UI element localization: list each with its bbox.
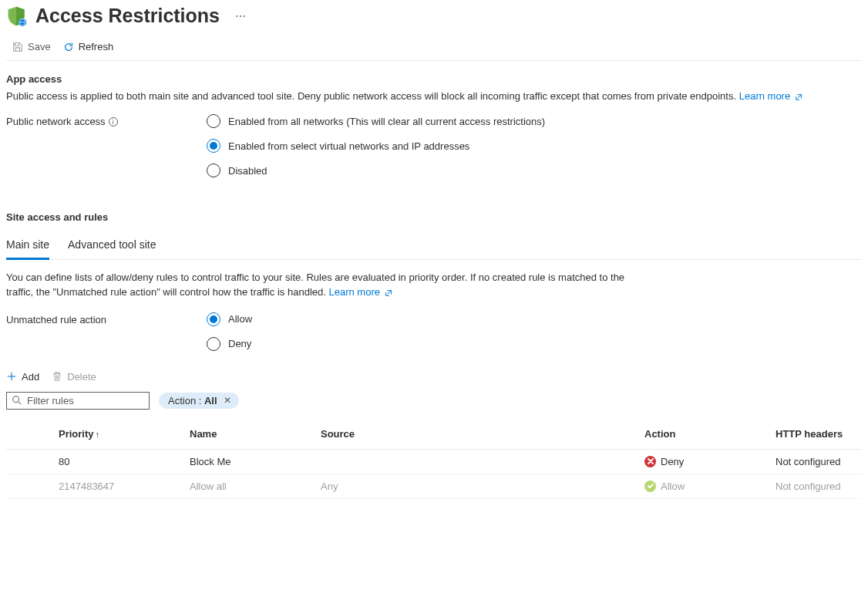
radio-enabled-select[interactable]: Enabled from select virtual networks and… <box>207 139 545 153</box>
rule-toolbar: Add Delete <box>6 371 862 383</box>
delete-label: Delete <box>67 371 96 383</box>
refresh-label: Refresh <box>79 41 114 52</box>
refresh-icon <box>63 42 74 52</box>
svg-point-2 <box>13 396 19 403</box>
app-access-desc: Public access is applied to both main si… <box>6 89 862 103</box>
cell-action: Allow <box>638 474 769 498</box>
radio-icon <box>207 164 220 177</box>
table-row[interactable]: 80Block MeDenyNot configured <box>6 449 862 474</box>
cell-priority: 80 <box>52 449 183 474</box>
column-source[interactable]: Source <box>315 420 638 450</box>
page-title: Access Restrictions <box>35 5 235 27</box>
column-name[interactable]: Name <box>183 420 315 450</box>
cell-name: Allow all <box>183 474 315 498</box>
radio-icon <box>207 312 220 326</box>
column-http-headers[interactable]: HTTP headers <box>769 420 862 450</box>
more-button[interactable]: ⋯ <box>235 10 247 22</box>
unmatched-rule-action-group: Allow Deny <box>207 312 252 351</box>
trash-icon <box>52 371 62 382</box>
site-access-desc: You can define lists of allow/deny rules… <box>6 271 638 300</box>
command-bar: Save Refresh <box>6 35 862 61</box>
refresh-button[interactable]: Refresh <box>59 39 119 54</box>
app-access-learn-more[interactable]: Learn more <box>739 90 802 102</box>
radio-icon <box>207 337 220 351</box>
site-tabs: Main site Advanced tool site <box>6 234 862 260</box>
public-network-access-group: Enabled from all networks (This will cle… <box>207 114 545 177</box>
external-link-icon <box>385 289 392 297</box>
site-access-learn-more[interactable]: Learn more <box>328 286 392 298</box>
site-access-heading: Site access and rules <box>6 211 862 223</box>
cell-action: Deny <box>638 449 769 474</box>
unmatched-rule-action-label: Unmatched rule action <box>6 312 207 325</box>
radio-unmatched-deny[interactable]: Deny <box>207 337 252 351</box>
info-icon[interactable]: i <box>109 117 118 126</box>
filter-row: Filter rules Action : All ✕ <box>6 392 862 410</box>
search-icon <box>12 395 22 406</box>
filter-pill-action[interactable]: Action : All ✕ <box>159 393 239 409</box>
public-network-access-label: Public network access i <box>6 114 207 127</box>
table-row[interactable]: 2147483647Allow allAnyAllowNot configure… <box>6 474 862 498</box>
plus-icon <box>6 371 17 382</box>
delete-button[interactable]: Delete <box>52 371 96 383</box>
cell-source: Any <box>315 474 638 498</box>
shield-icon <box>6 5 28 27</box>
rules-table: Priority↑ Name Source Action HTTP header… <box>6 420 862 499</box>
save-label: Save <box>28 41 51 52</box>
add-label: Add <box>22 371 39 383</box>
cell-source <box>315 449 638 474</box>
radio-unmatched-allow[interactable]: Allow <box>207 312 252 326</box>
close-icon[interactable]: ✕ <box>222 395 233 406</box>
add-button[interactable]: Add <box>6 371 39 383</box>
cell-priority: 2147483647 <box>52 474 183 498</box>
allow-badge-icon <box>644 481 656 492</box>
svg-line-3 <box>19 402 22 405</box>
radio-icon <box>207 139 220 153</box>
column-action[interactable]: Action <box>638 420 769 450</box>
filter-placeholder: Filter rules <box>27 395 74 406</box>
filter-rules-input[interactable]: Filter rules <box>6 392 150 410</box>
radio-disabled[interactable]: Disabled <box>207 164 545 177</box>
sort-up-icon: ↑ <box>96 430 100 439</box>
radio-icon <box>207 114 220 128</box>
app-access-heading: App access <box>6 73 862 85</box>
cell-http-headers: Not configured <box>769 449 862 474</box>
cell-name: Block Me <box>183 449 315 474</box>
radio-enabled-all[interactable]: Enabled from all networks (This will cle… <box>207 114 545 128</box>
tab-advanced-tool-site[interactable]: Advanced tool site <box>68 234 156 260</box>
external-link-icon <box>795 93 802 101</box>
column-priority[interactable]: Priority↑ <box>52 420 183 450</box>
save-button[interactable]: Save <box>8 39 56 54</box>
deny-badge-icon <box>644 456 656 467</box>
cell-http-headers: Not configured <box>769 474 862 498</box>
save-icon <box>12 42 23 52</box>
tab-main-site[interactable]: Main site <box>6 234 49 260</box>
